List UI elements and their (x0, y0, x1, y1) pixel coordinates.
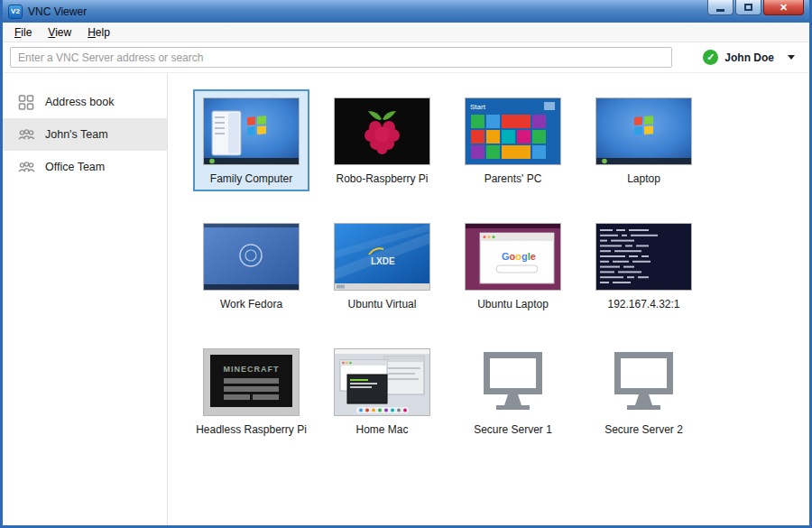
close-button[interactable]: ✕ (763, 0, 804, 15)
connection-label: Headless Raspberry Pi (196, 423, 307, 436)
minimize-button[interactable] (707, 0, 734, 15)
connection-label: Work Fedora (220, 298, 282, 310)
monitor-placeholder-thumbnail (466, 349, 560, 415)
connection-label: Parents' PC (484, 172, 542, 185)
sidebar-item-label: Office Team (45, 161, 105, 173)
connection-tile-headless-raspberry-pi[interactable]: MINECRAFTHeadless Raspberry Pi (185, 340, 318, 442)
vnc-logo-icon: V2 (8, 5, 23, 19)
connection-tile-ubuntu-virtual[interactable]: LXDEUbuntu Virtual (324, 215, 440, 317)
connection-label: Secure Server 2 (604, 423, 683, 436)
connection-label: 192.167.4.32:1 (607, 298, 679, 310)
menu-view[interactable]: View (40, 23, 79, 42)
sidebar-item-label: Address book (45, 96, 114, 108)
vnc-viewer-window: V2 VNC Viewer ✕ File View Help ✓ John Do… (0, 0, 812, 528)
window-controls: ✕ (707, 0, 804, 15)
team-icon (17, 125, 35, 144)
fedora-desktop-thumbnail (204, 224, 299, 290)
svg-text:Google: Google (502, 251, 536, 262)
sidebar: Address bookJohn's TeamOffice Team (3, 73, 168, 525)
raspberry-pi-logo-thumbnail (335, 98, 429, 164)
connection-tile-ubuntu-laptop[interactable]: GoogleUbuntu Laptop (455, 215, 571, 317)
team-icon (17, 158, 35, 176)
svg-text:LXDE: LXDE (371, 256, 395, 266)
account-menu[interactable]: ✓ John Doe (703, 50, 798, 65)
titlebar[interactable]: V2 VNC Viewer ✕ (3, 0, 809, 23)
svg-text:Start: Start (470, 103, 486, 111)
connection-label: Family Computer (210, 172, 292, 185)
terminal-text-thumbnail (596, 224, 691, 290)
connection-tile-family-computer[interactable]: Family Computer (193, 89, 309, 191)
connections-grid: Family ComputerRobo-Raspberry PiStartPar… (168, 73, 809, 525)
green-check-icon: ✓ (703, 50, 718, 65)
connection-label: Robo-Raspberry Pi (336, 172, 428, 185)
connection-tile-work-fedora[interactable]: Work Fedora (193, 215, 309, 317)
address-book-grid-icon (17, 93, 35, 111)
connection-label: Secure Server 1 (474, 423, 552, 436)
server-address-input[interactable] (10, 47, 672, 68)
chevron-down-icon (788, 55, 795, 60)
toolbar: ✓ John Doe (3, 42, 809, 72)
connection-tile-192-167-4-32-1[interactable]: 192.167.4.32:1 (586, 215, 702, 317)
monitor-placeholder-thumbnail (596, 349, 691, 415)
windows7-desktop-startmenu-thumbnail (204, 98, 299, 164)
connection-tile-secure-server-2[interactable]: Secure Server 2 (586, 340, 702, 442)
menu-file[interactable]: File (6, 23, 40, 42)
maximize-button[interactable] (735, 0, 761, 15)
minimize-icon (716, 9, 724, 12)
connection-tile-secure-server-1[interactable]: Secure Server 1 (455, 340, 571, 442)
windows7-desktop-thumbnail (596, 98, 691, 164)
lxde-desktop-thumbnail: LXDE (335, 224, 429, 290)
menubar: File View Help (3, 23, 809, 42)
connection-label: Ubuntu Virtual (348, 298, 417, 310)
connection-tile-home-mac[interactable]: Home Mac (324, 340, 440, 442)
connection-tile-laptop[interactable]: Laptop (586, 89, 702, 191)
mac-desktop-thumbnail (335, 349, 429, 415)
maximize-icon (744, 4, 752, 11)
connection-label: Ubuntu Laptop (477, 298, 549, 310)
windows8-start-thumbnail: Start (466, 98, 560, 164)
body: Address bookJohn's TeamOffice Team Famil… (3, 72, 809, 525)
connection-label: Home Mac (355, 423, 408, 436)
sidebar-item-label: John's Team (45, 128, 108, 141)
window-title: VNC Viewer (28, 5, 87, 18)
sidebar-item-john-s-team[interactable]: John's Team (3, 118, 167, 151)
menu-help[interactable]: Help (79, 23, 118, 42)
connection-tile-robo-raspberry-pi[interactable]: Robo-Raspberry Pi (324, 89, 440, 191)
sidebar-item-address-book[interactable]: Address book (3, 86, 167, 118)
minecraft-screen-thumbnail: MINECRAFT (204, 349, 299, 415)
svg-text:MINECRAFT: MINECRAFT (224, 365, 280, 374)
account-name: John Doe (724, 51, 774, 64)
connection-label: Laptop (627, 172, 660, 185)
sidebar-item-office-team[interactable]: Office Team (3, 151, 167, 183)
connection-tile-parents-pc[interactable]: StartParents' PC (455, 89, 571, 191)
ubuntu-browser-thumbnail: Google (466, 224, 560, 290)
